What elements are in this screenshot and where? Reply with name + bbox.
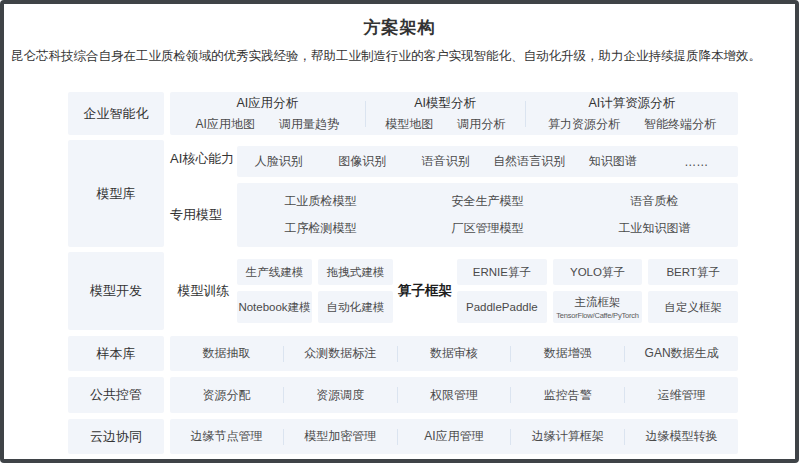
core-capability-label: AI核心能力 — [170, 140, 237, 177]
model-training-label: 模型训练 — [170, 282, 237, 300]
group-ai-model-analysis: AI模型分析 模型地图 调用分析 — [366, 92, 525, 135]
operator-framework-grid: ERNIE算子 YOLO算子 BERT算子 PaddlePaddle 主流框架 … — [457, 259, 738, 323]
page-title: 方案架构 — [4, 4, 795, 39]
diagram-box: 生产线建模 — [237, 259, 312, 285]
diagram-item: 数据审核 — [398, 336, 511, 371]
row-public-control: 公共控管 资源分配 资源调度 权限管理 监控告警 运维管理 — [68, 377, 738, 413]
operator-framework-label: 算子框架 — [393, 282, 457, 300]
group-title: AI模型分析 — [414, 95, 476, 112]
row-cloud-edge: 云边协同 边缘节点管理 模型加密管理 AI应用管理 边缘计算框架 边缘模型转换 — [68, 419, 738, 454]
row-label-model-development: 模型开发 — [68, 252, 164, 330]
special-model-column: 工业质检模型 工序检测模型 — [237, 183, 404, 247]
diagram-item: 数据增强 — [511, 336, 624, 371]
row-label-cloud-edge: 云边协同 — [68, 419, 164, 454]
diagram-item: 自然语言识别 — [488, 153, 572, 170]
row-label-public-control: 公共控管 — [68, 377, 164, 413]
group-items: 模型地图 调用分析 — [385, 116, 505, 133]
diagram-item: 知识图谱 — [571, 153, 655, 170]
diagram-item: 模型加密管理 — [284, 419, 397, 454]
enterprise-cell: AI应用分析 AI应用地图 调用量趋势 AI模型分析 模型地图 调用分析 — [170, 92, 738, 135]
diagram-item: 自动化建模 — [327, 300, 385, 315]
diagram-item: 人脸识别 — [237, 153, 321, 170]
diagram-item: GAN数据生成 — [625, 336, 738, 371]
core-capability-subrow: AI核心能力 人脸识别 图像识别 语音识别 自然语言识别 知识图谱 …… — [170, 140, 738, 177]
diagram-item: 调用分析 — [457, 116, 505, 133]
row-content-cloud-edge: 边缘节点管理 模型加密管理 AI应用管理 边缘计算框架 边缘模型转换 — [170, 419, 738, 454]
architecture-grid: 企业智能化 AI应用分析 AI应用地图 调用量趋势 AI模型分析 模型 — [68, 92, 738, 454]
diagram-item: 算力资源分析 — [548, 116, 620, 133]
diagram-item: 调用量趋势 — [279, 116, 339, 133]
diagram-box: 自定义框架 — [648, 291, 738, 323]
special-model-column: 语音质检 工业知识图谱 — [571, 183, 738, 247]
diagram-item: Notebook建模 — [238, 300, 310, 315]
diagram-box: 主流框架 TensorFlow/Caffe/PyTorch — [553, 291, 643, 323]
diagram-item: 语音质检 — [631, 193, 679, 210]
group-title: AI应用分析 — [236, 95, 298, 112]
diagram-box: Notebook建模 — [237, 291, 312, 323]
diagram-item: 运维管理 — [625, 377, 738, 413]
public-control-cell: 资源分配 资源调度 权限管理 监控告警 运维管理 — [170, 377, 738, 413]
row-label-model-library: 模型库 — [68, 140, 164, 247]
diagram-item: 拖拽式建模 — [327, 265, 385, 280]
diagram-item: 边缘模型转换 — [625, 419, 738, 454]
architecture-diagram: 方案架构 昆仑芯科技综合自身在工业质检领域的优秀实践经验，帮助工业制造行业的客户… — [0, 0, 799, 463]
row-content-public-control: 资源分配 资源调度 权限管理 监控告警 运维管理 — [170, 377, 738, 413]
diagram-item: 智能终端分析 — [644, 116, 716, 133]
diagram-item: PaddlePaddle — [466, 301, 538, 313]
sample-library-cell: 数据抽取 众测数据标注 数据审核 数据增强 GAN数据生成 — [170, 336, 738, 371]
group-items: 算力资源分析 智能终端分析 — [548, 116, 716, 133]
cloud-edge-cell: 边缘节点管理 模型加密管理 AI应用管理 边缘计算框架 边缘模型转换 — [170, 419, 738, 454]
row-model-development: 模型开发 模型训练 生产线建模 拖拽式建模 Notebook建模 自动化建模 算… — [68, 252, 738, 330]
row-sample-library: 样本库 数据抽取 众测数据标注 数据审核 数据增强 GAN数据生成 — [68, 336, 738, 371]
diagram-item: 监控告警 — [511, 377, 624, 413]
diagram-item: 语音识别 — [404, 153, 488, 170]
diagram-item: AI应用地图 — [196, 116, 255, 133]
diagram-item: 工业质检模型 — [285, 193, 357, 210]
diagram-item: YOLO算子 — [570, 265, 625, 280]
diagram-item: 生产线建模 — [246, 265, 304, 280]
group-ai-compute-analysis: AI计算资源分析 算力资源分析 智能终端分析 — [526, 92, 738, 135]
diagram-item: AI应用管理 — [398, 419, 511, 454]
row-enterprise-intelligence: 企业智能化 AI应用分析 AI应用地图 调用量趋势 AI模型分析 模型 — [68, 92, 738, 135]
diagram-item: BERT算子 — [666, 265, 719, 280]
diagram-item: 主流框架 — [574, 295, 620, 310]
diagram-box: YOLO算子 — [553, 259, 643, 285]
diagram-box: PaddlePaddle — [457, 291, 547, 323]
diagram-item: 模型地图 — [385, 116, 433, 133]
diagram-item: 权限管理 — [398, 377, 511, 413]
special-model-label: 专用模型 — [170, 183, 237, 247]
diagram-box: 拖拽式建模 — [318, 259, 393, 285]
group-title: AI计算资源分析 — [588, 95, 675, 112]
row-label-enterprise: 企业智能化 — [68, 92, 164, 135]
row-content-sample-library: 数据抽取 众测数据标注 数据审核 数据增强 GAN数据生成 — [170, 336, 738, 371]
diagram-subitem: TensorFlow/Caffe/PyTorch — [556, 311, 639, 320]
diagram-box: 自动化建模 — [318, 291, 393, 323]
special-model-column: 安全生产模型 厂区管理模型 — [404, 183, 571, 247]
model-dev-layout: 模型训练 生产线建模 拖拽式建模 Notebook建模 自动化建模 算子框架 E… — [170, 252, 738, 330]
ellipsis-item: …… — [655, 155, 739, 169]
diagram-item: 边缘节点管理 — [170, 419, 283, 454]
diagram-box: ERNIE算子 — [457, 259, 547, 285]
row-model-library: 模型库 AI核心能力 人脸识别 图像识别 语音识别 自然语言识别 知识图谱 ……… — [68, 140, 738, 247]
diagram-item: 数据抽取 — [170, 336, 283, 371]
group-ai-app-analysis: AI应用分析 AI应用地图 调用量趋势 — [170, 92, 365, 135]
diagram-item: 边缘计算框架 — [511, 419, 624, 454]
row-label-sample-library: 样本库 — [68, 336, 164, 371]
diagram-item: 工序检测模型 — [285, 220, 357, 237]
page-subtitle: 昆仑芯科技综合自身在工业质检领域的优秀实践经验，帮助工业制造行业的客户实现智能化… — [11, 48, 789, 65]
diagram-item: 厂区管理模型 — [452, 220, 524, 237]
diagram-item: 安全生产模型 — [452, 193, 524, 210]
special-model-subrow: 专用模型 工业质检模型 工序检测模型 安全生产模型 厂区管理模型 语音质检 工业 — [170, 183, 738, 247]
core-capability-strip: 人脸识别 图像识别 语音识别 自然语言识别 知识图谱 …… — [237, 146, 738, 177]
diagram-item: ERNIE算子 — [473, 265, 531, 280]
diagram-item: 图像识别 — [321, 153, 405, 170]
model-training-grid: 生产线建模 拖拽式建模 Notebook建模 自动化建模 — [237, 259, 393, 323]
group-items: AI应用地图 调用量趋势 — [196, 116, 339, 133]
diagram-box: BERT算子 — [648, 259, 738, 285]
diagram-item: 工业知识图谱 — [619, 220, 691, 237]
diagram-item: 资源分配 — [170, 377, 283, 413]
row-content-model-library: AI核心能力 人脸识别 图像识别 语音识别 自然语言识别 知识图谱 …… 专用模… — [170, 140, 738, 247]
diagram-item: 自定义框架 — [664, 300, 722, 315]
diagram-item: 众测数据标注 — [284, 336, 397, 371]
diagram-item: 资源调度 — [284, 377, 397, 413]
